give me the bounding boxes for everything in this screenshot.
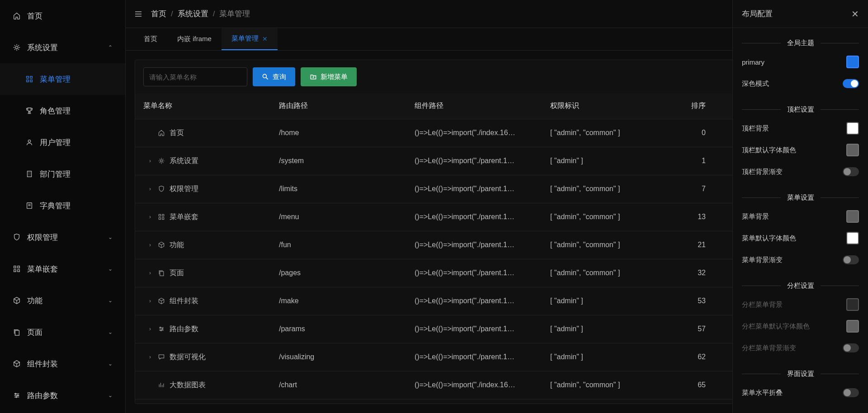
expand-icon[interactable]: › xyxy=(147,186,153,192)
search-button[interactable]: 查询 xyxy=(253,67,295,86)
shield-icon xyxy=(13,233,21,241)
component-path: ()=>Le(()=>import("./parent.1… xyxy=(406,343,542,371)
route-path: /visualizing xyxy=(271,343,406,371)
sidebar-item-12[interactable]: 路由参数⌄ xyxy=(0,380,125,411)
package-icon xyxy=(13,360,21,368)
book-icon xyxy=(25,202,33,210)
sidebar-item-9[interactable]: 功能⌄ xyxy=(0,285,125,316)
chevron-down-icon: ⌄ xyxy=(108,329,113,335)
route-path: /pages xyxy=(271,259,406,287)
bars-icon xyxy=(158,381,165,389)
top-bg-swatch[interactable] xyxy=(846,122,859,135)
cfg-menu-bg: 菜单背景 xyxy=(733,206,868,227)
close-icon[interactable]: ✕ xyxy=(262,35,268,42)
top-grad-switch[interactable] xyxy=(843,167,859,176)
cfg-col-grad: 分栏菜单背景渐变 xyxy=(733,337,868,359)
expand-icon[interactable]: › xyxy=(147,326,153,332)
cfg-col-bg: 分栏菜单背景 xyxy=(733,294,868,315)
add-menu-button-label: 新增菜单 xyxy=(321,73,348,81)
sort-value: 62 xyxy=(669,343,714,371)
copy-icon xyxy=(13,328,21,336)
col-grad-switch xyxy=(843,343,859,352)
sidebar-item-label: 角色管理 xyxy=(40,106,71,116)
menu-name: 大数据图表 xyxy=(170,380,206,390)
sort-value: 65 xyxy=(669,371,714,399)
tab-2[interactable]: 菜单管理✕ xyxy=(222,28,278,50)
component-path: ()=>Le(()=>import("./parent.1… xyxy=(406,287,542,315)
expand-icon[interactable]: › xyxy=(147,270,153,276)
trophy-icon xyxy=(25,107,33,115)
component-path: ()=>Le(()=>import("./parent.1… xyxy=(406,231,542,259)
cfg-col-font: 分栏菜单默认字体颜色 xyxy=(733,315,868,337)
hcollapse-switch[interactable] xyxy=(843,388,859,397)
component-path: ()=>Le(()=>import("./parent.1… xyxy=(406,175,542,203)
sort-value: 7 xyxy=(669,175,714,203)
cube-icon xyxy=(158,241,165,249)
menu-grad-switch[interactable] xyxy=(843,255,859,264)
component-path: ()=>Le(()=>import("./index.16… xyxy=(406,119,542,147)
sidebar-item-1[interactable]: 系统设置⌃ xyxy=(0,32,125,63)
sidebar-item-label: 字典管理 xyxy=(40,201,71,211)
sidebar-item-4[interactable]: 用户管理 xyxy=(0,127,125,158)
expand-icon[interactable]: › xyxy=(147,298,153,304)
sidebar-item-6[interactable]: 字典管理 xyxy=(0,190,125,221)
breadcrumb-item[interactable]: 首页 xyxy=(151,9,166,19)
top-font-swatch[interactable] xyxy=(846,144,859,156)
route-path: /params xyxy=(271,315,406,343)
route-path: /limits xyxy=(271,175,406,203)
grid-icon xyxy=(13,265,21,273)
house-icon xyxy=(13,12,21,20)
chevron-down-icon: ⌄ xyxy=(108,361,113,367)
divider-global: 全局主题 xyxy=(733,39,868,47)
sidebar-item-11[interactable]: 组件封装⌄ xyxy=(0,348,125,380)
breadcrumb-item: 菜单管理 xyxy=(219,9,250,19)
tab-1[interactable]: 内嵌 iframe xyxy=(167,28,222,50)
dark-mode-switch[interactable] xyxy=(843,79,859,88)
menu-name: 数据可视化 xyxy=(170,352,206,362)
sidebar-item-7[interactable]: 权限管理⌄ xyxy=(0,221,125,253)
drawer-header: 布局配置 ✕ xyxy=(733,0,868,28)
expand-icon[interactable]: › xyxy=(147,354,153,360)
table-header: 排序 xyxy=(669,94,714,119)
sidebar-item-2[interactable]: 菜单管理 xyxy=(0,63,125,95)
primary-color-swatch[interactable] xyxy=(846,56,859,68)
sidebar-item-10[interactable]: 页面⌄ xyxy=(0,316,125,348)
sidebar-item-label: 用户管理 xyxy=(40,137,71,148)
sidebar-item-label: 首页 xyxy=(27,11,42,21)
divider-ui: 界面设置 xyxy=(733,370,868,378)
close-icon[interactable]: ✕ xyxy=(851,9,859,19)
menu-name: 系统设置 xyxy=(170,156,198,166)
tab-label: 首页 xyxy=(144,35,157,43)
add-menu-button[interactable]: 新增菜单 xyxy=(301,67,357,86)
search-input[interactable] xyxy=(143,67,247,86)
package-icon xyxy=(158,297,165,305)
breadcrumb-item[interactable]: 系统设置 xyxy=(178,9,208,19)
sidebar-item-8[interactable]: 菜单嵌套⌄ xyxy=(0,253,125,285)
menu-toggle-icon[interactable] xyxy=(134,9,143,19)
tab-0[interactable]: 首页 xyxy=(134,28,167,50)
search-icon xyxy=(262,73,269,80)
menu-font-swatch[interactable] xyxy=(846,232,859,244)
component-path: ()=>Le(()=>import("./index.16… xyxy=(406,371,542,399)
cube-icon xyxy=(13,296,21,305)
divider-column: 分栏设置 xyxy=(733,282,868,290)
sidebar-item-label: 路由参数 xyxy=(27,390,58,401)
route-path: /make xyxy=(271,287,406,315)
expand-icon[interactable]: › xyxy=(147,158,153,164)
sidebar-item-0[interactable]: 首页 xyxy=(0,0,125,32)
menu-bg-swatch[interactable] xyxy=(846,210,859,223)
sidebar-item-3[interactable]: 角色管理 xyxy=(0,95,125,127)
auth-tag: [ "admin" ] xyxy=(542,343,669,371)
auth-tag: [ "admin", "common" ] xyxy=(542,175,669,203)
sliders-icon xyxy=(13,391,21,399)
tab-label: 内嵌 iframe xyxy=(177,35,212,43)
expand-icon[interactable]: › xyxy=(147,214,153,220)
expand-icon[interactable]: › xyxy=(147,242,153,248)
grid-icon xyxy=(25,75,33,83)
sort-value: 0 xyxy=(669,119,714,147)
table-header: 组件路径 xyxy=(406,94,542,119)
auth-tag: [ "admin", "common" ] xyxy=(542,203,669,231)
auth-tag: [ "admin" ] xyxy=(542,147,669,175)
table-header: 菜单名称 xyxy=(135,94,271,119)
sidebar-item-5[interactable]: 部门管理 xyxy=(0,158,125,190)
